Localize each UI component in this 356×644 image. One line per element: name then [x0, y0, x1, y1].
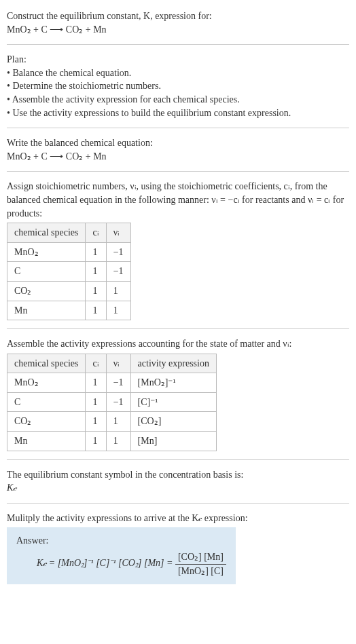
table-row: MnO₂ 1 −1 [MnO₂]⁻¹ — [7, 373, 217, 393]
col-species: chemical species — [7, 223, 86, 243]
cell-nui: −1 — [106, 373, 130, 393]
answer-box: Answer: K𝒸 = [MnO₂]⁻¹ [C]⁻¹ [CO₂] [Mn] =… — [7, 527, 236, 584]
col-nui: νᵢ — [106, 354, 130, 373]
kc-denominator: [MnO₂] [C] — [175, 565, 226, 578]
table-header-row: chemical species cᵢ νᵢ — [7, 223, 131, 243]
cell-activity: [CO₂] — [130, 412, 216, 432]
plan-bullet: • Assemble the activity expression for e… — [7, 93, 349, 107]
col-ci: cᵢ — [86, 223, 106, 243]
divider — [7, 503, 349, 504]
cell-activity: [Mn] — [130, 432, 216, 451]
cell-ci: 1 — [86, 412, 106, 432]
plan-block: Plan: • Balance the chemical equation. •… — [7, 49, 349, 124]
divider — [7, 328, 349, 329]
cell-activity: [MnO₂]⁻¹ — [130, 373, 216, 393]
plan-bullet: • Balance the chemical equation. — [7, 67, 349, 80]
cell-species: Mn — [7, 301, 86, 320]
table-header-row: chemical species cᵢ νᵢ activity expressi… — [7, 354, 217, 373]
cell-ci: 1 — [86, 373, 106, 393]
table-row: Mn 1 1 [Mn] — [7, 432, 217, 451]
cell-ci: 1 — [86, 301, 106, 320]
activity-heading: Assemble the activity expressions accoun… — [7, 337, 349, 351]
answer-label: Answer: — [16, 534, 226, 548]
cell-ci: 1 — [86, 281, 106, 301]
kc-fraction: [CO₂] [Mn] [MnO₂] [C] — [175, 550, 226, 577]
balanced-heading: Write the balanced chemical equation: — [7, 136, 349, 150]
cell-species: MnO₂ — [7, 242, 86, 262]
cell-nui: −1 — [106, 392, 130, 412]
cell-ci: 1 — [86, 242, 106, 262]
intro-line1: Construct the equilibrium constant, K, e… — [7, 11, 212, 21]
plan-heading: Plan: — [7, 53, 349, 67]
cell-ci: 1 — [86, 432, 106, 451]
stoich-table: chemical species cᵢ νᵢ MnO₂ 1 −1 C 1 −1 … — [7, 223, 131, 320]
cell-activity: [C]⁻¹ — [130, 392, 216, 412]
kc-numerator: [CO₂] [Mn] — [175, 550, 226, 565]
table-row: MnO₂ 1 −1 — [7, 242, 131, 262]
intro-equation: MnO₂ + C ⟶ CO₂ + Mn — [7, 23, 349, 37]
activity-table: chemical species cᵢ νᵢ activity expressi… — [7, 354, 217, 451]
cell-nui: −1 — [106, 262, 130, 282]
table-row: Mn 1 1 — [7, 301, 131, 320]
cell-species: MnO₂ — [7, 373, 86, 393]
stoich-block: Assign stoichiometric numbers, νᵢ, using… — [7, 176, 349, 324]
answer-equation: K𝒸 = [MnO₂]⁻¹ [C]⁻¹ [CO₂] [Mn] = [CO₂] [… — [16, 548, 226, 577]
cell-species: CO₂ — [7, 412, 86, 432]
symbol-block: The equilibrium constant symbol in the c… — [7, 464, 349, 499]
table-row: C 1 −1 [C]⁻¹ — [7, 392, 217, 412]
table-row: CO₂ 1 1 — [7, 281, 131, 301]
intro-text: Construct the equilibrium constant, K, e… — [7, 10, 349, 23]
symbol-value: K𝒸 — [7, 481, 349, 495]
plan-bullet: • Determine the stoichiometric numbers. — [7, 79, 349, 93]
cell-species: CO₂ — [7, 281, 86, 301]
symbol-heading: The equilibrium constant symbol in the c… — [7, 468, 349, 482]
cell-nui: 1 — [106, 432, 130, 451]
final-heading: Mulitply the activity expressions to arr… — [7, 512, 349, 525]
kc-lhs: K𝒸 = [MnO₂]⁻¹ [C]⁻¹ [CO₂] [Mn] = — [37, 558, 175, 568]
table-row: C 1 −1 — [7, 262, 131, 282]
plan-bullet: • Use the activity expressions to build … — [7, 107, 349, 120]
cell-species: C — [7, 262, 86, 282]
cell-species: Mn — [7, 432, 86, 451]
col-species: chemical species — [7, 354, 86, 373]
cell-ci: 1 — [86, 392, 106, 412]
divider — [7, 171, 349, 172]
cell-nui: 1 — [106, 412, 130, 432]
cell-nui: 1 — [106, 301, 130, 320]
col-nui: νᵢ — [106, 223, 130, 243]
col-activity: activity expression — [130, 354, 216, 373]
divider — [7, 44, 349, 45]
activity-block: Assemble the activity expressions accoun… — [7, 333, 349, 455]
divider — [7, 128, 349, 128]
cell-ci: 1 — [86, 262, 106, 282]
divider — [7, 459, 349, 460]
balanced-equation: MnO₂ + C ⟶ CO₂ + Mn — [7, 150, 349, 164]
col-ci: cᵢ — [86, 354, 106, 373]
cell-nui: 1 — [106, 281, 130, 301]
stoich-text: Assign stoichiometric numbers, νᵢ, using… — [7, 180, 349, 220]
final-block: Mulitply the activity expressions to arr… — [7, 508, 349, 588]
intro-block: Construct the equilibrium constant, K, e… — [7, 5, 349, 40]
table-row: CO₂ 1 1 [CO₂] — [7, 412, 217, 432]
cell-nui: −1 — [106, 242, 130, 262]
cell-species: C — [7, 392, 86, 412]
balanced-block: Write the balanced chemical equation: Mn… — [7, 132, 349, 167]
